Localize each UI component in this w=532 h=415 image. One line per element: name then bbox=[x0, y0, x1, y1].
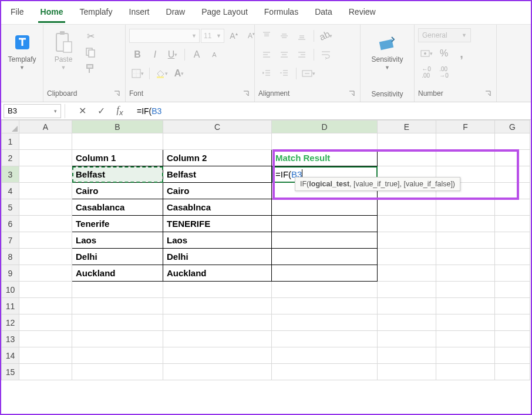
x-icon: ✕ bbox=[79, 105, 86, 116]
font-size-up-button[interactable]: A bbox=[188, 47, 205, 62]
cell-B8[interactable]: Delhi bbox=[72, 249, 163, 265]
format-painter-button[interactable] bbox=[82, 61, 99, 76]
row-header-1[interactable]: 1 bbox=[2, 133, 19, 150]
select-all-corner[interactable] bbox=[2, 121, 19, 133]
cell-C7[interactable]: Laos bbox=[163, 232, 272, 249]
wrap-text-button[interactable] bbox=[318, 47, 334, 62]
cell-B7[interactable]: Laos bbox=[72, 232, 163, 249]
copy-button[interactable] bbox=[82, 45, 99, 60]
row-header-8[interactable]: 8 bbox=[2, 249, 19, 265]
row-header-3[interactable]: 3 bbox=[2, 166, 19, 183]
cell-D8[interactable] bbox=[272, 249, 378, 265]
row-header-13[interactable]: 13 bbox=[2, 331, 19, 347]
col-header-A[interactable]: A bbox=[19, 121, 72, 133]
bold-button[interactable]: B bbox=[129, 47, 146, 62]
align-left-button[interactable] bbox=[258, 47, 275, 62]
cell-C4[interactable]: Cairo bbox=[163, 183, 272, 199]
col-header-F[interactable]: F bbox=[436, 121, 495, 133]
row-header-6[interactable]: 6 bbox=[2, 216, 19, 232]
enter-edit-button[interactable]: ✓ bbox=[92, 104, 110, 118]
alignment-launcher[interactable] bbox=[347, 89, 356, 98]
cancel-edit-button[interactable]: ✕ bbox=[73, 104, 91, 118]
font-size-down-button[interactable]: A bbox=[206, 47, 223, 62]
templafy-button[interactable]: Templafy ▼ bbox=[3, 28, 41, 73]
font-name-combo[interactable]: ▼ bbox=[129, 29, 200, 43]
align-bottom-button[interactable] bbox=[294, 28, 310, 43]
cell-B2[interactable]: Column 1 bbox=[72, 150, 163, 166]
decrease-indent-button[interactable] bbox=[258, 66, 275, 81]
row-header-5[interactable]: 5 bbox=[2, 199, 19, 216]
paste-button[interactable]: Paste ▼ bbox=[47, 28, 80, 73]
font-launcher[interactable] bbox=[241, 89, 251, 98]
increase-decimal-button[interactable]: ←0.00 bbox=[418, 65, 435, 80]
align-center-button[interactable] bbox=[276, 47, 292, 62]
tab-draw[interactable]: Draw bbox=[164, 5, 188, 23]
cell-C5[interactable]: Casablnca bbox=[163, 199, 272, 216]
cell-D9[interactable] bbox=[272, 265, 378, 282]
tab-home[interactable]: Home bbox=[38, 5, 66, 23]
percent-button[interactable]: % bbox=[436, 46, 452, 61]
orientation-button[interactable]: ab▾ bbox=[318, 28, 334, 43]
row-header-2[interactable]: 2 bbox=[2, 150, 19, 166]
row-header-9[interactable]: 9 bbox=[2, 265, 19, 282]
borders-button[interactable]: ▾ bbox=[129, 66, 146, 81]
grow-font-button[interactable]: A▴ bbox=[225, 28, 242, 43]
cell-C8[interactable]: Delhi bbox=[163, 249, 272, 265]
shrink-font-button[interactable]: A▾ bbox=[243, 28, 260, 43]
cell-C3[interactable]: Belfast bbox=[163, 166, 272, 183]
row-header-11[interactable]: 11 bbox=[2, 298, 19, 314]
cell-B4[interactable]: Cairo bbox=[72, 183, 163, 199]
row-header-4[interactable]: 4 bbox=[2, 183, 19, 199]
cell-C9[interactable]: Auckland bbox=[163, 265, 272, 282]
col-header-C[interactable]: C bbox=[163, 121, 272, 133]
insert-function-button[interactable]: fx bbox=[111, 104, 129, 118]
row-header-14[interactable]: 14 bbox=[2, 347, 19, 364]
cell-D7[interactable] bbox=[272, 232, 378, 249]
sensitivity-button[interactable]: Sensitivity ▼ bbox=[366, 28, 408, 73]
row-header-7[interactable]: 7 bbox=[2, 232, 19, 249]
tab-insert[interactable]: Insert bbox=[127, 5, 152, 23]
number-format-combo[interactable]: General ▼ bbox=[418, 28, 471, 42]
tab-templafy[interactable]: Templafy bbox=[77, 5, 115, 23]
name-box[interactable]: B3 ▾ bbox=[4, 104, 61, 118]
underline-button[interactable]: U▾ bbox=[164, 47, 181, 62]
tab-data[interactable]: Data bbox=[312, 5, 335, 23]
merge-center-button[interactable]: ▾ bbox=[300, 66, 316, 81]
cell-C2[interactable]: Column 2 bbox=[163, 150, 272, 166]
tab-file[interactable]: File bbox=[8, 5, 26, 23]
cell-D2[interactable]: Match Result bbox=[272, 150, 378, 166]
row-header-15[interactable]: 15 bbox=[2, 364, 19, 380]
row-header-10[interactable]: 10 bbox=[2, 282, 19, 298]
cut-button[interactable]: ✂ bbox=[82, 28, 99, 43]
align-middle-button[interactable] bbox=[276, 28, 292, 43]
accounting-format-button[interactable]: ▾ bbox=[418, 46, 435, 61]
font-color-button[interactable]: A ▾ bbox=[171, 66, 187, 81]
cell-B9[interactable]: Auckland bbox=[72, 265, 163, 282]
fill-color-button[interactable]: ▾ bbox=[153, 66, 170, 81]
font-size-combo[interactable]: 11 ▼ bbox=[201, 29, 224, 43]
cell-D6[interactable] bbox=[272, 216, 378, 232]
align-right-button[interactable] bbox=[294, 47, 310, 62]
row-header-12[interactable]: 12 bbox=[2, 314, 19, 331]
increase-indent-button[interactable] bbox=[276, 66, 292, 81]
cell-B5[interactable]: Casablanca bbox=[72, 199, 163, 216]
spreadsheet-grid[interactable]: A B C D E F G 1 2 Column 1 Column 2 Matc… bbox=[1, 120, 531, 415]
formula-input[interactable]: =IF(B3 bbox=[133, 106, 531, 116]
comma-button[interactable]: , bbox=[453, 46, 470, 61]
number-launcher[interactable] bbox=[483, 89, 493, 98]
cell-B3[interactable]: Belfast bbox=[72, 166, 163, 183]
align-top-button[interactable] bbox=[258, 28, 275, 43]
col-header-D[interactable]: D bbox=[272, 121, 378, 133]
tab-formulas[interactable]: Formulas bbox=[262, 5, 301, 23]
cell-C6[interactable]: TENERIFE bbox=[163, 216, 272, 232]
cell-D5[interactable] bbox=[272, 199, 378, 216]
clipboard-launcher[interactable] bbox=[112, 89, 122, 98]
decrease-decimal-button[interactable]: .00→0 bbox=[436, 65, 452, 80]
italic-button[interactable]: I bbox=[147, 47, 163, 62]
tab-review[interactable]: Review bbox=[346, 5, 378, 23]
col-header-E[interactable]: E bbox=[378, 121, 436, 133]
tab-page-layout[interactable]: Page Layout bbox=[199, 5, 250, 23]
cell-B6[interactable]: Tenerife bbox=[72, 216, 163, 232]
col-header-B[interactable]: B bbox=[72, 121, 163, 133]
col-header-G[interactable]: G bbox=[495, 121, 530, 133]
